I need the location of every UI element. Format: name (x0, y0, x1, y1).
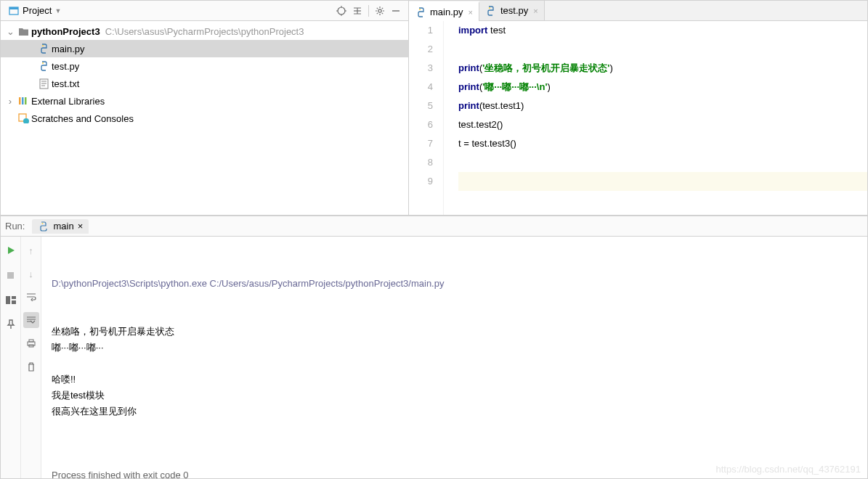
svg-rect-41 (29, 340, 33, 342)
svg-point-33 (489, 7, 490, 9)
project-root-node[interactable]: ⌄ pythonProject3 C:\Users\asus\PycharmPr… (1, 22, 408, 40)
tab-label: main.py (430, 7, 463, 17)
code-line[interactable] (458, 153, 867, 172)
project-view-selector[interactable]: Project ▼ (5, 4, 64, 18)
svg-rect-36 (7, 272, 14, 279)
svg-rect-29 (25, 97, 27, 105)
project-tree[interactable]: ⌄ pythonProject3 C:\Users\asus\PycharmPr… (1, 21, 408, 215)
svg-rect-1 (9, 7, 18, 9)
layout-button[interactable] (3, 292, 19, 308)
soft-wrap-button[interactable] (23, 289, 39, 305)
file-node[interactable]: test.py (1, 57, 408, 75)
python-file-icon (38, 43, 49, 54)
console-line: 坐稳咯，初号机开启暴走状态 (52, 324, 857, 340)
code-line[interactable] (458, 172, 867, 191)
hide-icon[interactable] (388, 3, 404, 19)
console-line (52, 356, 857, 372)
svg-point-11 (378, 9, 381, 12)
line-gutter: 123456789 (409, 21, 444, 215)
svg-rect-39 (12, 300, 16, 304)
run-tool-window: Run: main × ↑ ↓ D:\p (1, 216, 867, 478)
delete-button[interactable] (23, 359, 39, 374)
close-icon[interactable]: × (533, 7, 538, 15)
libraries-icon (17, 95, 29, 107)
scroll-to-end-button[interactable] (23, 312, 39, 328)
gear-icon[interactable] (372, 3, 388, 19)
project-view-label: Project (23, 5, 52, 16)
file-label: test.py (52, 61, 79, 72)
scratches-node[interactable]: › Scratches and Consoles (1, 110, 408, 127)
run-toolbar-secondary: ↑ ↓ (21, 237, 41, 478)
editor-tab[interactable]: test.py× (479, 1, 545, 20)
separator (368, 5, 369, 17)
svg-line-18 (377, 12, 378, 13)
stop-button[interactable] (3, 267, 19, 283)
code-line[interactable]: print('坐稳咯，初号机开启暴走状态') (458, 59, 867, 78)
rerun-button[interactable] (3, 242, 19, 258)
editor-tab[interactable]: main.py× (409, 1, 479, 21)
code-line[interactable]: import test (458, 21, 867, 40)
scratches-icon (17, 112, 29, 124)
svg-rect-27 (19, 97, 21, 105)
svg-point-2 (338, 7, 345, 15)
code-line[interactable]: t = test.test3() (458, 134, 867, 153)
down-button[interactable]: ↓ (23, 266, 39, 282)
close-icon[interactable]: × (78, 221, 84, 232)
svg-line-19 (382, 7, 383, 8)
chevron-right-icon[interactable]: › (5, 96, 15, 107)
file-label: test.txt (52, 78, 79, 89)
run-config-name: main (53, 221, 73, 232)
console-command: D:\pythonProject3\Scripts\python.exe C:/… (52, 276, 857, 292)
console-output[interactable]: D:\pythonProject3\Scripts\python.exe C:/… (41, 237, 867, 478)
svg-rect-28 (22, 97, 24, 105)
tab-label: test.py (500, 5, 528, 16)
code-line[interactable]: print('嘟···嘟···嘟···\n') (458, 78, 867, 97)
run-config-tab[interactable]: main × (32, 219, 89, 234)
svg-point-32 (419, 9, 421, 10)
python-file-icon (485, 5, 497, 17)
code-line[interactable]: test.test2() (458, 115, 867, 134)
console-exit-line: Process finished with exit code 0 (52, 467, 857, 478)
folder-icon (17, 25, 29, 37)
project-tool-window: Project ▼ ⌄ pythonProject3 C:\Users\asus… (1, 1, 409, 215)
text-file-icon (38, 78, 49, 89)
python-file-icon (38, 60, 49, 72)
console-line: 嘟···嘟···嘟··· (52, 340, 857, 356)
console-line: 我是test模块 (52, 388, 857, 404)
svg-point-22 (42, 62, 44, 64)
file-label: main.py (52, 44, 85, 54)
code-line[interactable]: print(test.test1) (458, 97, 867, 115)
code-editor[interactable]: 123456789 import test print('坐稳咯，初号机开启暴走… (409, 21, 867, 215)
console-line: 哈喽!! (52, 372, 857, 388)
up-button[interactable]: ↑ (23, 242, 39, 258)
pin-button[interactable] (3, 316, 19, 332)
external-libraries-node[interactable]: › External Libraries (1, 92, 408, 110)
run-label: Run: (5, 221, 25, 232)
python-file-icon (415, 7, 426, 18)
svg-marker-35 (8, 247, 15, 254)
svg-point-34 (42, 222, 44, 224)
print-button[interactable] (23, 335, 39, 351)
close-icon[interactable]: × (469, 8, 473, 17)
expand-all-icon[interactable] (349, 3, 365, 19)
locate-icon[interactable] (333, 3, 349, 19)
svg-rect-37 (6, 296, 10, 304)
run-toolbar-primary (1, 237, 21, 478)
editor-panel: main.py×test.py× 123456789 import test p… (409, 1, 867, 215)
code-line[interactable] (458, 40, 867, 59)
run-header: Run: main × (1, 216, 867, 237)
svg-line-17 (382, 12, 383, 13)
file-node[interactable]: test.txt (1, 75, 408, 92)
python-icon (38, 221, 49, 232)
file-node[interactable]: main.py (1, 40, 408, 57)
project-panel-header: Project ▼ (1, 1, 408, 21)
chevron-down-icon[interactable]: ⌄ (5, 26, 15, 37)
svg-point-21 (42, 45, 44, 46)
dropdown-icon: ▼ (54, 7, 61, 15)
console-line (52, 419, 857, 435)
project-icon (8, 5, 20, 17)
console-line: 很高兴在这里见到你 (52, 404, 857, 419)
editor-tabs: main.py×test.py× (409, 1, 867, 21)
svg-rect-38 (12, 296, 16, 299)
svg-line-16 (377, 7, 378, 8)
